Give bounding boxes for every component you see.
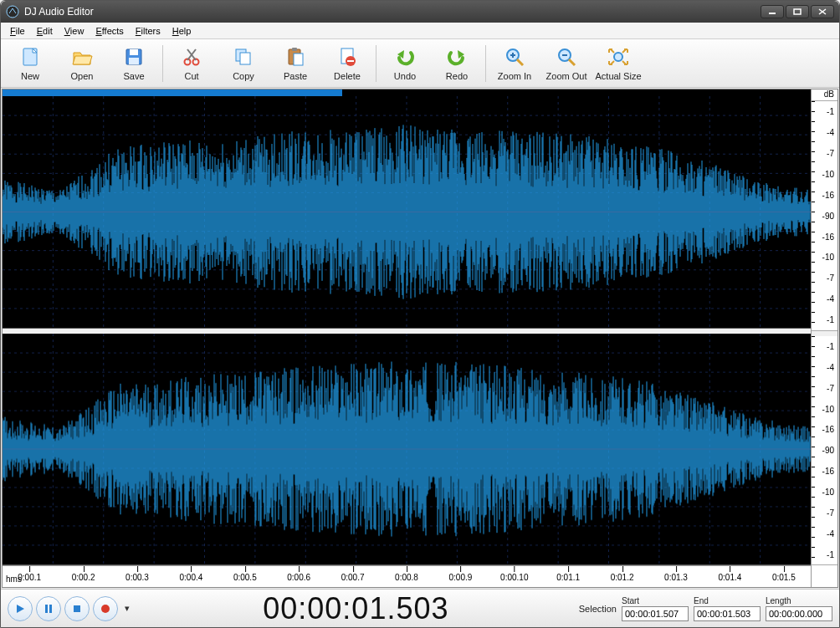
- open-button[interactable]: Open: [56, 42, 108, 85]
- zoom-out-label: Zoom Out: [546, 71, 587, 81]
- actual-size-label: Actual Size: [595, 71, 641, 81]
- selection-panel: Selection Start End Length: [579, 596, 832, 621]
- overview-selected-region: [3, 89, 342, 96]
- stop-button[interactable]: [64, 596, 90, 621]
- svg-rect-18: [294, 54, 303, 65]
- actual-size-button[interactable]: Actual Size: [592, 42, 644, 85]
- selection-length-label: Length: [766, 596, 832, 605]
- bottom-bar: ▾ 00:00:01.503 Selection Start End Lengt…: [1, 589, 839, 627]
- db-scale-channel-right: -1-4-7-10-16-90-16-10-7-4-1: [812, 336, 837, 566]
- selection-start-input[interactable]: [622, 606, 689, 621]
- toolbar-separator: [485, 45, 486, 82]
- cut-button[interactable]: Cut: [166, 42, 218, 85]
- paste-button[interactable]: Paste: [269, 42, 321, 85]
- selection-start-label: Start: [622, 596, 689, 605]
- open-folder-icon: [70, 45, 94, 69]
- svg-rect-21: [347, 60, 354, 62]
- save-button[interactable]: Save: [108, 42, 160, 85]
- record-button[interactable]: [93, 596, 118, 621]
- paste-label: Paste: [284, 71, 307, 81]
- delete-button[interactable]: Delete: [321, 42, 373, 85]
- selection-end-label: End: [694, 596, 761, 605]
- transport-controls: ▾: [8, 596, 133, 621]
- svg-marker-32: [17, 605, 24, 613]
- window-close-button[interactable]: [811, 5, 834, 18]
- svg-line-25: [517, 59, 523, 65]
- menu-edit[interactable]: Edit: [31, 24, 59, 38]
- zoom-out-button[interactable]: Zoom Out: [540, 42, 592, 85]
- redo-label: Redo: [446, 71, 468, 81]
- time-position-display: 00:00:01.503: [140, 591, 572, 626]
- scissors-icon: [180, 45, 203, 69]
- window-minimize-button[interactable]: [761, 5, 784, 18]
- save-label: Save: [123, 71, 144, 81]
- workspace: hms 0:00.10:00.20:00.30:00.40:00.50:00.6…: [2, 89, 838, 588]
- new-button[interactable]: New: [4, 42, 56, 85]
- menu-help[interactable]: Help: [166, 24, 197, 38]
- toolbar-separator: [376, 45, 376, 82]
- play-button[interactable]: [8, 596, 33, 621]
- selection-label: Selection: [579, 604, 617, 614]
- svg-rect-15: [240, 53, 250, 64]
- zoom-in-label: Zoom In: [498, 71, 531, 81]
- selection-end-input[interactable]: [694, 606, 761, 621]
- toolbar: New Open Save Cut Copy Paste Delete Undo…: [1, 39, 839, 88]
- waveform-area[interactable]: hms 0:00.10:00.20:00.30:00.40:00.50:00.6…: [3, 89, 811, 587]
- undo-label: Undo: [394, 71, 416, 81]
- undo-arrow-icon: [393, 45, 417, 69]
- svg-point-31: [614, 53, 622, 61]
- delete-label: Delete: [334, 71, 361, 81]
- db-scale-channel-left: -1-4-7-10-16-90-16-10-7-4-1: [812, 101, 837, 331]
- menu-file[interactable]: File: [4, 24, 31, 38]
- svg-rect-9: [129, 58, 139, 64]
- actual-size-icon: [607, 45, 630, 69]
- undo-button[interactable]: Undo: [379, 42, 431, 85]
- new-label: New: [21, 71, 39, 81]
- svg-line-29: [569, 59, 575, 65]
- menubar: File Edit View Effects Filters Help: [1, 23, 839, 39]
- zoom-out-icon: [555, 45, 578, 69]
- toolbar-separator: [162, 45, 163, 82]
- db-scale-unit: dB: [812, 89, 837, 101]
- redo-button[interactable]: Redo: [431, 42, 483, 85]
- svg-rect-17: [292, 48, 297, 51]
- waveform-channel-right[interactable]: [3, 334, 811, 566]
- paste-clipboard-icon: [284, 45, 307, 69]
- svg-point-36: [101, 605, 110, 613]
- svg-rect-34: [49, 605, 52, 613]
- zoom-in-button[interactable]: Zoom In: [489, 42, 540, 85]
- open-label: Open: [71, 71, 94, 81]
- cut-label: Cut: [184, 71, 198, 81]
- save-floppy-icon: [122, 45, 146, 69]
- redo-arrow-icon: [445, 45, 469, 69]
- app-icon: [6, 5, 19, 18]
- window-title: DJ Audio Editor: [24, 6, 761, 18]
- menu-effects[interactable]: Effects: [90, 24, 129, 38]
- copy-icon: [232, 45, 255, 69]
- db-scale-spacer: [812, 565, 837, 587]
- new-file-icon: [18, 45, 42, 69]
- zoom-in-icon: [503, 45, 526, 69]
- overview-bar[interactable]: [3, 89, 811, 96]
- delete-icon: [335, 45, 359, 69]
- svg-rect-35: [74, 605, 80, 612]
- copy-label: Copy: [233, 71, 254, 81]
- time-ruler[interactable]: hms 0:00.10:00.20:00.30:00.40:00.50:00.6…: [3, 565, 811, 587]
- transport-options-dropdown[interactable]: ▾: [121, 596, 133, 621]
- pause-button[interactable]: [36, 596, 61, 621]
- svg-rect-33: [45, 605, 48, 613]
- menu-filters[interactable]: Filters: [130, 24, 166, 38]
- copy-button[interactable]: Copy: [218, 42, 269, 85]
- db-scale: dB -1-4-7-10-16-90-16-10-7-4-1 -1-4-7-10…: [811, 89, 837, 587]
- titlebar: DJ Audio Editor: [1, 1, 839, 23]
- waveform-channel-left[interactable]: [3, 96, 811, 329]
- svg-rect-8: [130, 49, 138, 55]
- window-maximize-button[interactable]: [786, 5, 809, 18]
- svg-rect-2: [794, 9, 801, 14]
- menu-view[interactable]: View: [59, 24, 90, 38]
- selection-length-input[interactable]: [766, 606, 832, 621]
